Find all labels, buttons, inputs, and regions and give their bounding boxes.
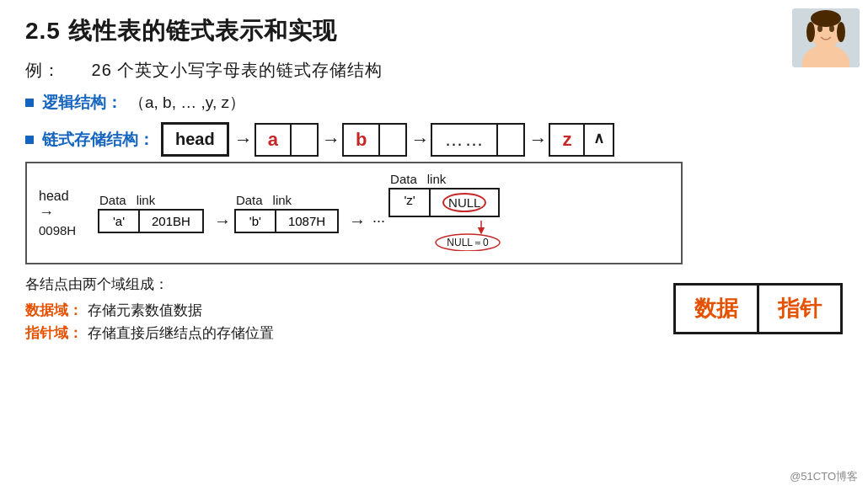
bottom-left: 各结点由两个域组成： 数据域： 存储元素数值数据 指针域： 存储直接后继结点的存… — [25, 275, 640, 346]
avatar-placeholder — [792, 8, 860, 67]
main-container: 2.5 线性表的链式表示和实现 例： 26 个英文小写字母表的链式存储结构 逻辑… — [0, 0, 868, 491]
arrow-2: → — [410, 129, 429, 151]
chain-node-b: b — [342, 123, 407, 157]
svg-point-5 — [811, 10, 841, 27]
mem-head-arrow: → — [39, 204, 54, 221]
mem-head-addr: 0098H — [39, 223, 76, 237]
mem-node-2-cells: 'b' 1087H — [234, 209, 339, 233]
arrow-3: → — [528, 129, 547, 151]
chain-head-box: head — [161, 122, 229, 157]
svg-text:NULL＝0: NULL＝0 — [447, 237, 490, 248]
svg-point-7 — [837, 22, 845, 42]
mem-cell-1-link: 201BH — [140, 209, 204, 233]
mem-node-3-link-col: link — [427, 172, 447, 186]
mem-arrow-2: → — [349, 211, 366, 231]
mem-head-col: head → 0098H — [39, 189, 89, 237]
svg-point-6 — [806, 22, 815, 42]
mem-node-3-data-col: Data — [390, 172, 417, 186]
mem-node-3-cells: 'z' NULL — [388, 188, 500, 217]
mem-head-label: head — [39, 189, 69, 204]
data-domain-label: 数据域： — [25, 301, 83, 320]
data-domain-row: 数据域： 存储元素数值数据 — [25, 301, 640, 320]
chain-node-a-ptr — [292, 125, 317, 155]
bottom-section: 各结点由两个域组成： 数据域： 存储元素数值数据 指针域： 存储直接后继结点的存… — [25, 275, 843, 346]
chain-label: 链式存储结构： — [42, 129, 154, 151]
chain-node-b-ptr — [380, 125, 405, 155]
example-text: 26 个英文小写字母表的链式存储结构 — [92, 61, 383, 79]
bottom-right: 数据 指针 — [673, 283, 843, 334]
example-label: 例： — [25, 61, 61, 79]
null-circle: NULL — [442, 193, 486, 212]
mem-node-3: Data link 'z' NULL — [388, 172, 506, 254]
mem-node-1: Data link 'a' 201BH — [98, 193, 204, 233]
bullet-icon-logic — [25, 99, 34, 107]
mem-cell-3-link: NULL — [431, 188, 500, 217]
mem-dots: ··· — [372, 212, 385, 230]
mem-cell-2-link: 1087H — [276, 209, 339, 233]
bullet-icon-chain — [25, 136, 34, 144]
chain-node-b-data: b — [344, 125, 380, 155]
mem-cell-2-data: 'b' — [234, 209, 276, 233]
ptr-domain-label: 指针域： — [25, 323, 83, 343]
arrow-0: → — [234, 129, 253, 151]
chain-node-dots-data: …… — [432, 125, 498, 155]
mem-node-2-header: Data link — [234, 193, 292, 207]
mem-row: head → 0098H Data link 'a' 201BH → Dat — [39, 172, 669, 254]
chain-node-z: z ∧ — [549, 123, 614, 157]
mem-node-1-header: Data link — [98, 193, 155, 207]
chain-node-a-data: a — [256, 125, 292, 155]
logic-content: （a, b, … ,y, z） — [129, 92, 245, 114]
ptr-box: 指针 — [759, 283, 843, 334]
mem-cell-3-data: 'z' — [388, 188, 431, 217]
example-line: 例： 26 个英文小写字母表的链式存储结构 — [25, 59, 843, 82]
data-domain-desc: 存储元素数值数据 — [88, 301, 202, 320]
mem-node-3-header: Data link — [388, 172, 446, 186]
data-box: 数据 — [673, 283, 759, 334]
chain-node-dots-ptr — [498, 125, 523, 155]
null-eq-row: NULL＝0 — [431, 221, 506, 254]
ptr-domain-desc: 存储直接后继结点的存储位置 — [88, 323, 274, 343]
memory-diagram: head → 0098H Data link 'a' 201BH → Dat — [25, 162, 683, 264]
chain-node-dots: …… — [431, 123, 525, 157]
ptr-domain-row: 指针域： 存储直接后继结点的存储位置 — [25, 323, 640, 343]
chain-node-z-data: z — [550, 125, 585, 155]
page-title: 2.5 线性表的链式表示和实现 — [25, 15, 843, 47]
mem-node-1-data-col: Data — [99, 193, 126, 207]
mem-arrow-1: → — [214, 211, 231, 231]
mem-node-2: Data link 'b' 1087H — [234, 193, 339, 233]
mem-node-3-inner: Data link 'z' NULL — [388, 172, 500, 217]
null-eq-svg: NULL＝0 — [431, 221, 506, 251]
mem-node-1-link-col: link — [137, 193, 156, 207]
mem-node-1-cells: 'a' 201BH — [98, 209, 204, 233]
logic-row: 逻辑结构： （a, b, … ,y, z） — [25, 92, 843, 114]
mem-node-2-link-col: link — [273, 193, 292, 207]
logic-label: 逻辑结构： — [42, 92, 122, 114]
avatar — [792, 8, 860, 67]
chain-node-a: a — [255, 123, 319, 157]
bottom-desc: 各结点由两个域组成： — [25, 275, 640, 294]
arrow-1: → — [322, 129, 340, 151]
chain-row-header: 链式存储结构： head → a → b → …… → z ∧ — [25, 122, 843, 157]
mem-node-2-data-col: Data — [236, 193, 263, 207]
watermark: @51CTO博客 — [790, 469, 858, 484]
chain-node-z-ptr: ∧ — [585, 125, 613, 155]
mem-cell-1-data: 'a' — [98, 209, 140, 233]
